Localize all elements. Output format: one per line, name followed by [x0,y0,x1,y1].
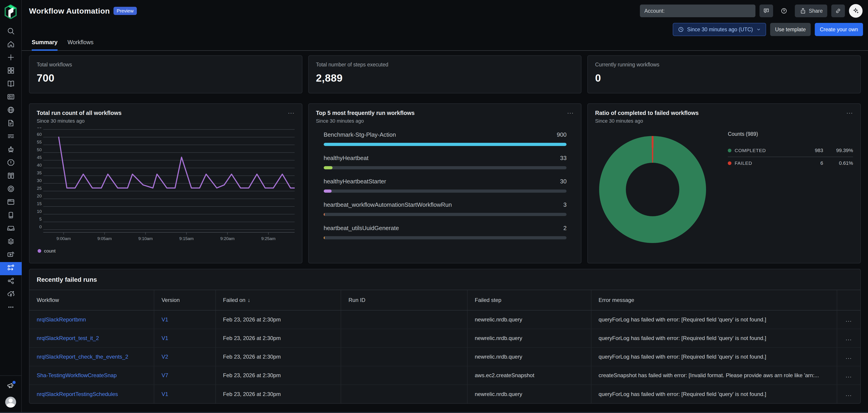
run-count: 33 [560,155,566,161]
create-your-own-button[interactable]: Create your own [815,23,863,36]
panel-menu-button[interactable]: ... [846,110,853,113]
bar-track [324,213,567,216]
top5-item[interactable]: healthyHeartbeat33 [324,155,567,169]
workflow-link[interactable]: nrqlSlackReportTestingSchedules [37,391,118,397]
version-link[interactable]: V2 [161,354,168,360]
cell-error-message: queryForLog has failed with error: [Requ… [591,329,837,348]
donut-legend-item-completed[interactable]: COMPLETED98399.39% [728,144,853,157]
column-header-version[interactable]: Version [154,290,215,310]
new-relic-logo[interactable] [4,4,17,19]
row-menu-button[interactable]: ... [845,390,852,397]
bar-fill [324,189,332,193]
sidebar-item-session-replay[interactable] [0,249,22,262]
help-button[interactable] [777,4,791,17]
top5-item[interactable]: healthyHeartbeatStarter30 [324,178,567,193]
sidebar-item-search[interactable] [0,25,22,38]
account-select[interactable]: Account: [640,4,755,17]
stat-label: Total number of steps executed [316,62,574,68]
table-row: nrqlSlackReportTestingSchedulesV1Feb 23,… [29,385,860,403]
search-icon [6,27,15,37]
sidebar-item-inbox[interactable] [0,223,22,236]
row-menu-button[interactable]: ... [845,316,852,323]
sidebar-item-docs-book[interactable] [0,78,22,91]
ai-sparkle-icon [852,7,860,15]
cell-failed-step: newrelic.nrdb.query [467,385,591,403]
sidebar-item-browser[interactable] [0,196,22,209]
column-header-actions[interactable] [837,290,860,310]
cell-workflow: nrqlSlackReport_check_the_events_2 [29,348,154,366]
column-header-failed-on[interactable]: Failed on↓ [216,290,341,310]
sidebar-item-plus[interactable] [0,52,22,65]
top5-item[interactable]: Benchmark-Stg-Play-Action900 [324,131,567,146]
apps-grid-icon [6,66,15,77]
ai-assistant-button[interactable] [849,4,863,18]
sidebar-item-alerts[interactable] [0,157,22,170]
workflow-link[interactable]: Sha-TestingWorkflowCreateSnap [37,372,117,378]
topbar: Workflow Automation Preview Account: [22,0,868,22]
chart-legend[interactable]: count [37,248,295,254]
content: Total workflows700Total number of steps … [22,51,868,413]
feedback-icon [763,7,770,14]
legend-count: 983 [797,148,823,153]
row-menu-button[interactable]: ... [845,353,852,360]
sidebar-item-apps-grid[interactable] [0,65,22,78]
panel-subtitle: Since 30 minutes ago [316,118,415,124]
feedback-button[interactable] [760,4,773,17]
tab-summary[interactable]: Summary [32,37,58,51]
sidebar-item-cloud-cost[interactable] [0,288,22,301]
column-header-error-message[interactable]: Error message [591,290,837,310]
sidebar-item-document[interactable] [0,117,22,130]
svg-text:9:25am: 9:25am [261,236,275,241]
workflow-link[interactable]: nrqlSlackReport_test_it_2 [37,335,99,341]
svg-text:10: 10 [37,209,42,214]
row-menu-button[interactable]: ... [845,372,852,379]
top5-item[interactable]: heartbeat_workflowAutomationStartWorkflo… [324,201,567,216]
top5-item[interactable]: heartbeat_utilsUuidGenerate2 [324,225,567,239]
row-menu-button[interactable]: ... [845,335,852,342]
topbar-actions: Account: [640,4,863,18]
sidebar-item-infrastructure-hosts[interactable] [0,170,22,183]
cell-version: V1 [154,385,215,403]
sidebar-item-apm-target[interactable] [0,183,22,196]
sidebar-item-layers[interactable] [0,236,22,249]
clock-icon [678,26,684,33]
cell-failed-on: Feb 23, 2026 at 2:30pm [216,329,341,348]
panel-title: Ratio of completed to failed workflows [595,110,699,116]
copy-link-icon [835,7,842,14]
sidebar-item-workflow-automation[interactable] [0,262,22,275]
donut-legend-item-failed[interactable]: FAILED60.61% [728,157,853,169]
copy-link-button[interactable] [831,4,845,17]
sidebar-item-home[interactable] [0,38,22,52]
user-avatar[interactable] [5,397,16,408]
stat-label: Total workflows [37,62,295,68]
tab-workflows[interactable]: Workflows [67,37,94,51]
workflow-link[interactable]: nrqlSlackReportbmn [37,317,86,323]
column-header-workflow[interactable]: Workflow [29,290,154,310]
svg-text:9:15am: 9:15am [179,236,194,241]
sidebar-item-logs-list[interactable] [0,130,22,144]
use-template-button[interactable]: Use template [770,23,811,36]
version-link[interactable]: V1 [161,335,168,341]
panel-subtitle: Since 30 minutes ago [595,118,699,124]
time-range-picker[interactable]: Since 30 minutes ago (UTC) [673,23,766,36]
sidebar-divider [0,375,21,376]
version-link[interactable]: V1 [161,317,168,323]
announcements-button[interactable] [0,379,22,393]
time-range-label: Since 30 minutes ago (UTC) [687,27,753,33]
sidebar-item-globe[interactable] [0,104,22,117]
column-header-run-id[interactable]: Run ID [341,290,467,310]
column-header-failed-step[interactable]: Failed step [467,290,591,310]
panel-menu-button[interactable]: ... [567,110,574,113]
version-link[interactable]: V7 [161,372,168,378]
share-button[interactable]: Share [795,4,827,17]
panel-menu-button[interactable]: ... [288,110,294,113]
sidebar-item-ai-robot[interactable] [0,144,22,157]
sidebar-item-service-map[interactable] [0,275,22,288]
sidebar-item-mobile[interactable] [0,209,22,223]
version-link[interactable]: V1 [161,391,168,397]
sidebar-item-dashboards[interactable] [0,91,22,104]
bar-fill [324,236,325,239]
sidebar-item-more-dots[interactable] [0,301,22,315]
workflow-link[interactable]: nrqlSlackReport_check_the_events_2 [37,354,128,360]
stat-value: 700 [37,72,295,84]
